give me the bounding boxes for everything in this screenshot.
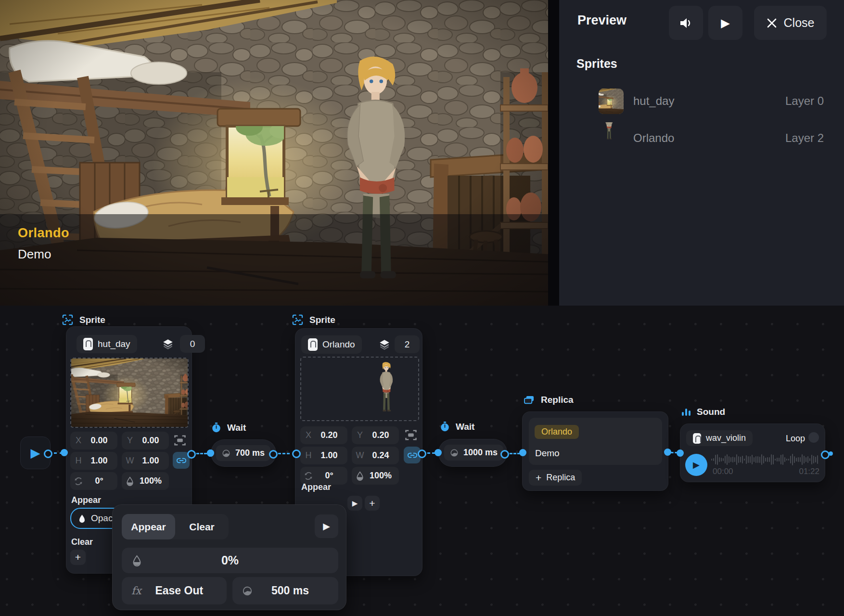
appear-section-label: Appear xyxy=(301,482,331,492)
layer-value: 2 xyxy=(405,339,410,350)
layers-icon xyxy=(162,338,174,350)
asset-name: hut_day xyxy=(98,339,130,349)
sound-node[interactable]: wav_violin Loop ▶ 00:00 01:22 xyxy=(680,424,825,482)
param-label: X xyxy=(300,430,317,440)
popup-opacity-field[interactable]: 0% xyxy=(122,548,338,573)
sound-output-port[interactable] xyxy=(821,450,830,459)
dangling-connector-dot xyxy=(829,451,833,456)
stopwatch-icon xyxy=(440,422,449,432)
param-label: Y xyxy=(122,436,138,446)
start-output-port[interactable] xyxy=(44,449,52,458)
sprite-icon xyxy=(292,314,303,325)
wait2-node[interactable]: 1000 ms xyxy=(438,439,507,467)
preview-panel: Preview ▶ Close Sprites hut_day Layer 0 xyxy=(559,0,844,306)
sprite-name: Orlando xyxy=(633,131,674,145)
param-value: 0.20 xyxy=(317,430,347,440)
wait1-node[interactable]: 700 ms xyxy=(211,439,276,467)
droplet-icon xyxy=(122,476,138,486)
play-button[interactable]: ▶ xyxy=(708,6,742,40)
sprite-list-item-orlando[interactable]: Orlando Layer 2 xyxy=(576,121,827,155)
loop-toggle[interactable] xyxy=(808,432,819,443)
sprite1-output-port[interactable] xyxy=(187,450,196,459)
node-title: Sound xyxy=(697,407,725,417)
wait2-output-port[interactable] xyxy=(500,450,509,459)
param-label: H xyxy=(70,456,87,466)
fit-frame-icon[interactable] xyxy=(173,434,187,447)
node-canvas[interactable]: ▶ Sprite hut_day 0 xyxy=(0,306,844,616)
sprite2-input-port[interactable] xyxy=(292,449,301,458)
rotate-icon xyxy=(70,477,87,486)
sound-asset-chip[interactable]: wav_violin xyxy=(686,430,753,446)
tab-clear[interactable]: Clear xyxy=(175,514,229,539)
node-title: Wait xyxy=(227,423,246,433)
sprite1-layer-chip[interactable]: 0 xyxy=(180,335,205,353)
sprite2-thumbnail[interactable] xyxy=(300,357,419,421)
wait1-output-port[interactable] xyxy=(269,450,278,459)
sprite1-h-field[interactable]: H 1.00 xyxy=(70,452,117,470)
attachment-icon xyxy=(83,338,93,350)
replica-speaker-chip[interactable]: Orlando xyxy=(535,425,579,439)
add-replica-label: Replica xyxy=(546,473,575,483)
sprite2-h-field[interactable]: H 1.00 xyxy=(300,447,347,464)
tab-appear[interactable]: Appear xyxy=(122,514,175,539)
popup-easing-field[interactable]: fx Ease Out xyxy=(122,577,227,604)
sprite2-output-port[interactable] xyxy=(418,449,426,458)
sprite1-header: Sprite xyxy=(62,314,105,325)
link-icon xyxy=(177,456,186,465)
preview-stage: Orlando Demo xyxy=(0,0,548,306)
sprite2-appear-play-button[interactable]: ▶ xyxy=(347,496,362,511)
sprite1-thumbnail[interactable] xyxy=(70,358,189,428)
connector-line xyxy=(278,453,290,454)
volume-button[interactable] xyxy=(669,6,703,40)
sprite2-x-field[interactable]: X 0.20 xyxy=(300,426,347,444)
wait2-duration-field[interactable]: 1000 ms xyxy=(444,445,503,461)
close-button[interactable]: Close xyxy=(754,6,827,40)
sprite1-add-clear-button[interactable]: + xyxy=(70,550,86,565)
replica-node[interactable]: Orlando Demo + Replica xyxy=(522,411,668,491)
rotate-icon xyxy=(300,472,317,480)
sprite1-opacity-field[interactable]: 100% xyxy=(122,472,169,490)
sprite2-y-field[interactable]: Y 0.20 xyxy=(352,426,399,444)
droplet-icon xyxy=(78,514,86,523)
replica-input-port[interactable] xyxy=(519,449,526,456)
time-total: 01:22 xyxy=(799,467,819,476)
replica-content[interactable]: Orlando Demo xyxy=(529,418,662,465)
sprite2-header: Sprite xyxy=(292,314,335,325)
sprite2-add-appear-button[interactable]: + xyxy=(365,496,380,511)
duration-value: 700 ms xyxy=(235,448,265,458)
param-value: 0.00 xyxy=(87,436,117,446)
sound-input-port[interactable] xyxy=(677,449,684,457)
fit-frame-icon[interactable] xyxy=(404,428,418,442)
panel-title: Preview xyxy=(577,13,627,28)
sprite1-y-field[interactable]: Y 0.00 xyxy=(122,432,169,449)
popup-duration-field[interactable]: 500 ms xyxy=(232,577,338,604)
dialogue-overlay: Orlando Demo xyxy=(0,214,548,306)
sprite1-input-port[interactable] xyxy=(61,449,68,456)
appear-action-popup[interactable]: Appear Clear ▶ 0% fx Ease Out xyxy=(112,504,346,610)
sprite2-asset-chip[interactable]: Orlando xyxy=(301,335,362,354)
sprite1-w-field[interactable]: W 1.00 xyxy=(122,452,169,470)
layers-icon xyxy=(378,338,391,351)
sprite1-x-field[interactable]: X 0.00 xyxy=(70,432,117,449)
replica-header: Replica xyxy=(524,395,574,405)
sound-waveform[interactable] xyxy=(711,453,820,466)
sprite-layer: Layer 0 xyxy=(785,94,824,108)
add-replica-button[interactable]: + Replica xyxy=(529,470,582,486)
wait1-duration-field[interactable]: 700 ms xyxy=(216,445,270,461)
sprite1-asset-chip[interactable]: hut_day xyxy=(77,335,137,353)
sprite2-opacity-field[interactable]: 100% xyxy=(352,467,399,485)
sprites-heading: Sprites xyxy=(576,57,617,71)
node-title: Wait xyxy=(456,422,474,432)
popup-play-button[interactable]: ▶ xyxy=(315,514,338,538)
sprite-list-item-hut-day[interactable]: hut_day Layer 0 xyxy=(576,84,827,118)
sprite2-w-field[interactable]: W 0.24 xyxy=(352,447,399,464)
sprite1-rotation-field[interactable]: 0° xyxy=(70,472,117,490)
wait2-input-port[interactable] xyxy=(435,449,442,456)
sound-play-button[interactable]: ▶ xyxy=(685,454,707,476)
close-label: Close xyxy=(784,16,815,30)
param-value: 0.24 xyxy=(368,450,399,461)
replica-output-port[interactable] xyxy=(664,449,671,456)
replica-text[interactable]: Demo xyxy=(535,448,560,459)
sprite2-layer-chip[interactable]: 2 xyxy=(395,335,420,353)
param-value: 100% xyxy=(368,471,399,481)
